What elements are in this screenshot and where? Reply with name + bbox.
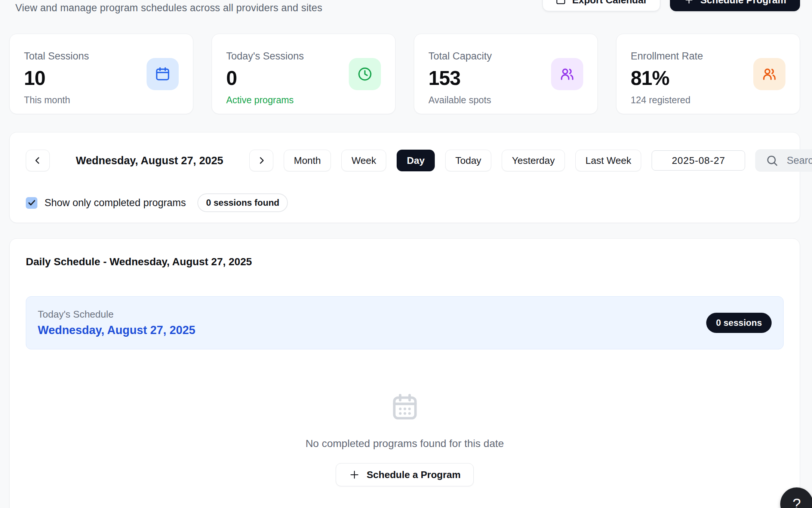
view-week-button[interactable]: Week [341, 150, 386, 171]
stat-value: 81% [631, 67, 703, 89]
check-icon [27, 198, 36, 207]
stat-card-todays-sessions: Today's Sessions 0 Active programs [212, 34, 396, 114]
stat-label: Enrollment Rate [631, 51, 703, 62]
sessions-count-badge: 0 sessions [706, 313, 772, 333]
calendar-icon [147, 58, 179, 90]
stat-label: Today's Sessions [226, 51, 304, 62]
daily-schedule-heading: Daily Schedule - Wednesday, August 27, 2… [26, 256, 784, 268]
banner-label: Today's Schedule [38, 309, 196, 320]
stats-row: Total Sessions 10 This month Today's Ses… [9, 34, 800, 114]
stat-value: 10 [24, 67, 89, 89]
schedule-toolbar: Wednesday, August 27, 2025 Month Week Da… [9, 132, 800, 223]
stat-sub: 124 registered [631, 95, 703, 105]
search-input[interactable] [786, 154, 812, 167]
completed-filter-label: Show only completed programs [44, 197, 186, 209]
view-day-button[interactable]: Day [397, 150, 435, 171]
empty-state-message: No completed programs found for this dat… [305, 438, 504, 450]
search-box[interactable] [755, 149, 812, 172]
help-label: ? [793, 496, 801, 508]
header-actions: Export Calendar Schedule Program [542, 0, 800, 11]
calendar-days-icon [390, 392, 420, 422]
stat-value: 153 [428, 67, 492, 89]
page-subtitle: View and manage program schedules across… [15, 2, 322, 14]
today-schedule-banner: Today's Schedule Wednesday, August 27, 2… [26, 296, 784, 349]
stat-sub: This month [24, 95, 89, 105]
filter-row: Show only completed programs 0 sessions … [26, 193, 800, 212]
schedule-program-label: Schedule Program [700, 0, 786, 6]
empty-state: No completed programs found for this dat… [26, 392, 784, 486]
search-icon [766, 154, 778, 167]
schedule-a-program-label: Schedule a Program [367, 469, 461, 481]
schedule-a-program-button[interactable]: Schedule a Program [336, 463, 474, 486]
date-picker-input[interactable] [652, 150, 745, 171]
stat-sub: Active programs [226, 95, 304, 105]
stat-card-total-sessions: Total Sessions 10 This month [9, 34, 193, 114]
daily-schedule-panel: Daily Schedule - Wednesday, August 27, 2… [9, 238, 800, 508]
stat-sub: Available spots [428, 95, 492, 105]
today-button[interactable]: Today [445, 150, 491, 171]
stat-value: 0 [226, 67, 304, 89]
users-icon [753, 58, 785, 90]
stat-card-total-capacity: Total Capacity 153 Available spots [414, 34, 598, 114]
export-calendar-label: Export Calendar [572, 0, 647, 6]
calendar-icon [556, 0, 566, 5]
schedule-program-button[interactable]: Schedule Program [670, 0, 800, 11]
stat-card-enrollment-rate: Enrollment Rate 81% 124 registered [616, 34, 800, 114]
yesterday-button[interactable]: Yesterday [502, 150, 565, 171]
completed-filter-checkbox[interactable] [26, 197, 37, 209]
toolbar-row: Wednesday, August 27, 2025 Month Week Da… [26, 149, 800, 172]
plus-icon [349, 469, 360, 480]
users-icon [551, 58, 583, 90]
current-date-label: Wednesday, August 27, 2025 [50, 154, 249, 167]
clock-icon [349, 58, 381, 90]
export-calendar-button[interactable]: Export Calendar [542, 0, 660, 11]
stat-label: Total Capacity [428, 51, 492, 62]
chevron-left-icon [32, 155, 43, 166]
sessions-found-badge: 0 sessions found [197, 193, 288, 212]
plus-icon [684, 0, 694, 5]
last-week-button[interactable]: Last Week [575, 150, 641, 171]
next-day-button[interactable] [249, 150, 273, 171]
chevron-right-icon [256, 155, 267, 166]
view-month-button[interactable]: Month [284, 150, 331, 171]
banner-date: Wednesday, August 27, 2025 [38, 324, 196, 337]
stat-label: Total Sessions [24, 51, 89, 62]
banner-text: Today's Schedule Wednesday, August 27, 2… [38, 309, 196, 337]
prev-day-button[interactable] [26, 150, 50, 171]
